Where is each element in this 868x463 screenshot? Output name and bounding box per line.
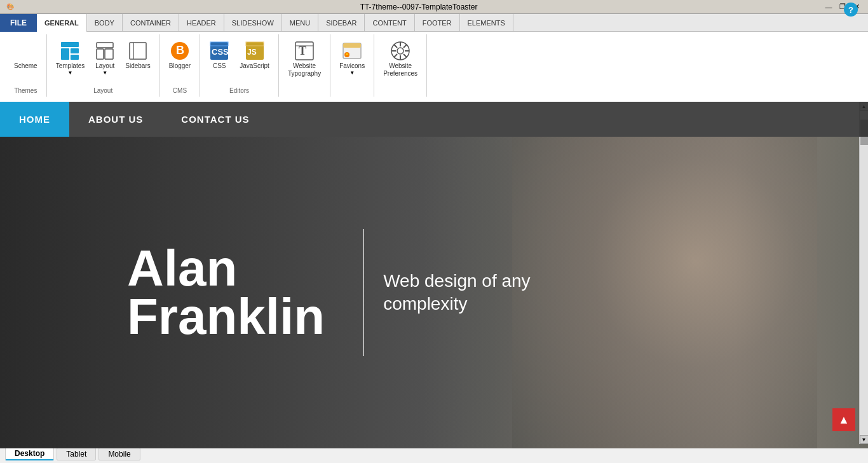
svg-rect-21 — [343, 43, 361, 48]
ribbon-group-favicons: Favicons ▼ — [330, 34, 374, 97]
scheme-button[interactable]: Scheme — [10, 38, 41, 73]
ribbon-group-layout: Templates ▼ Layout ▼ — [47, 34, 160, 97]
css-icon: CSS — [209, 41, 229, 61]
editors-group-label: Editors — [229, 85, 249, 94]
scroll-top-button[interactable]: ▲ — [832, 408, 855, 431]
svg-point-24 — [397, 48, 403, 54]
cms-group-items: B Blogger — [165, 37, 194, 85]
css-button[interactable]: CSS CSS — [205, 38, 233, 73]
hero-section: Alan Franklin Web design of any complexi… — [0, 137, 868, 448]
preview-container: HOME ABOUT US CONTACT US Alan Franklin W… — [0, 102, 868, 444]
svg-text:JS: JS — [247, 48, 257, 57]
templates-button[interactable]: Templates ▼ — [52, 38, 89, 78]
ribbon: Scheme Themes Templates ▼ — [0, 32, 868, 102]
svg-rect-3 — [71, 55, 79, 60]
tab-header[interactable]: HEADER — [179, 14, 224, 32]
tab-content[interactable]: CONTENT — [365, 14, 414, 32]
nav-contact[interactable]: CONTACT US — [162, 102, 268, 137]
preferences-label: Website Preferences — [383, 62, 417, 78]
desktop-tab[interactable]: Desktop — [5, 447, 54, 460]
nav-about[interactable]: ABOUT US — [69, 102, 162, 137]
favicons-icon — [342, 41, 362, 61]
layout-group-items: Templates ▼ Layout ▼ — [52, 37, 154, 85]
tablet-tab[interactable]: Tablet — [57, 448, 96, 460]
hero-name: Alan Franklin — [127, 244, 325, 341]
css-label: CSS — [213, 62, 226, 70]
ribbon-group-cms: B Blogger CMS — [160, 34, 200, 97]
typography-label: Website Typography — [288, 62, 321, 78]
help-button[interactable]: ? — [844, 3, 858, 17]
svg-rect-2 — [71, 48, 79, 53]
layout-button[interactable]: Layout ▼ — [91, 38, 119, 78]
layout-label: Layout — [95, 62, 114, 70]
site-navigation: HOME ABOUT US CONTACT US — [0, 102, 868, 137]
scheme-label: Scheme — [14, 62, 37, 70]
tab-sidebar[interactable]: SIDEBAR — [318, 14, 365, 32]
tab-menu[interactable]: MENU — [282, 14, 318, 32]
website-preview: HOME ABOUT US CONTACT US Alan Franklin W… — [0, 102, 868, 444]
file-tab[interactable]: FILE — [0, 14, 37, 32]
svg-text:CSS: CSS — [212, 47, 229, 57]
themes-group-items: Scheme — [10, 37, 41, 85]
ribbon-group-typography: T Website Typography — [279, 34, 330, 97]
favicons-label: Favicons — [339, 62, 365, 70]
editors-group-items: CSS CSS JS JavaScript — [205, 37, 273, 85]
svg-rect-4 — [97, 43, 113, 48]
blogger-button[interactable]: B Blogger — [165, 38, 194, 73]
minimize-button[interactable]: — — [822, 2, 835, 12]
hero-content: Alan Franklin Web design of any complexi… — [0, 229, 587, 356]
cms-group-label: CMS — [173, 85, 187, 94]
svg-line-31 — [403, 45, 407, 48]
layout-arrow: ▼ — [102, 70, 107, 76]
tab-bar: FILE GENERAL BODY CONTAINER HEADER SLIDE… — [0, 14, 868, 32]
scroll-down-arrow[interactable]: ▼ — [860, 435, 869, 444]
title-bar-title: TT-7theme--0097-TemplateToaster — [15, 3, 822, 11]
hero-name-line1: Alan — [127, 244, 325, 293]
mobile-tab[interactable]: Mobile — [98, 448, 140, 460]
ribbon-group-editors: CSS CSS JS JavaScript Editors — [200, 34, 279, 97]
svg-rect-0 — [61, 42, 79, 47]
svg-rect-5 — [97, 49, 104, 59]
themes-group-label: Themes — [14, 85, 37, 94]
title-bar: 🎨 TT-7theme--0097-TemplateToaster — ❐ ✕ — [0, 0, 868, 14]
favicons-arrow: ▼ — [349, 70, 355, 76]
hero-divider — [363, 229, 364, 356]
typography-icon: T — [294, 41, 315, 61]
nav-home[interactable]: HOME — [0, 102, 69, 137]
favicons-group-items: Favicons ▼ — [336, 37, 369, 94]
templates-label: Templates — [56, 62, 85, 70]
scheme-icon — [15, 41, 36, 61]
javascript-button[interactable]: JS JavaScript — [236, 38, 273, 73]
title-bar-left: 🎨 — [5, 2, 15, 12]
tab-footer[interactable]: FOOTER — [415, 14, 460, 32]
javascript-label: JavaScript — [240, 62, 269, 70]
ribbon-group-preferences: Website Preferences — [374, 34, 427, 97]
layout-icon — [95, 41, 115, 61]
templates-arrow: ▼ — [68, 70, 73, 76]
svg-rect-6 — [105, 49, 113, 59]
javascript-icon: JS — [245, 41, 265, 61]
website-typography-button[interactable]: T Website Typography — [284, 38, 325, 80]
preferences-group-items: Website Preferences — [379, 37, 421, 94]
tab-body[interactable]: BODY — [87, 14, 123, 32]
svg-rect-8 — [133, 43, 134, 59]
favicons-button[interactable]: Favicons ▼ — [336, 38, 369, 78]
sidebars-label: Sidebars — [125, 62, 150, 70]
svg-rect-7 — [130, 43, 146, 59]
website-preferences-button[interactable]: Website Preferences — [379, 38, 421, 80]
tab-container[interactable]: CONTAINER — [123, 14, 179, 32]
svg-line-32 — [394, 54, 397, 57]
svg-text:T: T — [299, 45, 306, 57]
ribbon-group-themes: Scheme Themes — [5, 34, 47, 97]
tab-general[interactable]: GENERAL — [37, 14, 87, 32]
svg-line-30 — [403, 54, 407, 57]
app-icon: 🎨 — [5, 2, 15, 12]
sidebars-button[interactable]: Sidebars — [121, 38, 154, 73]
tab-slideshow[interactable]: SLIDESHOW — [224, 14, 282, 32]
typography-group-items: T Website Typography — [284, 37, 325, 94]
vertical-scrollbar[interactable]: ▲ ▼ — [859, 102, 868, 444]
hero-name-line2: Franklin — [127, 293, 325, 341]
svg-text:B: B — [176, 44, 184, 57]
tab-elements[interactable]: ELEMENTS — [460, 14, 513, 32]
templates-icon — [60, 41, 80, 61]
